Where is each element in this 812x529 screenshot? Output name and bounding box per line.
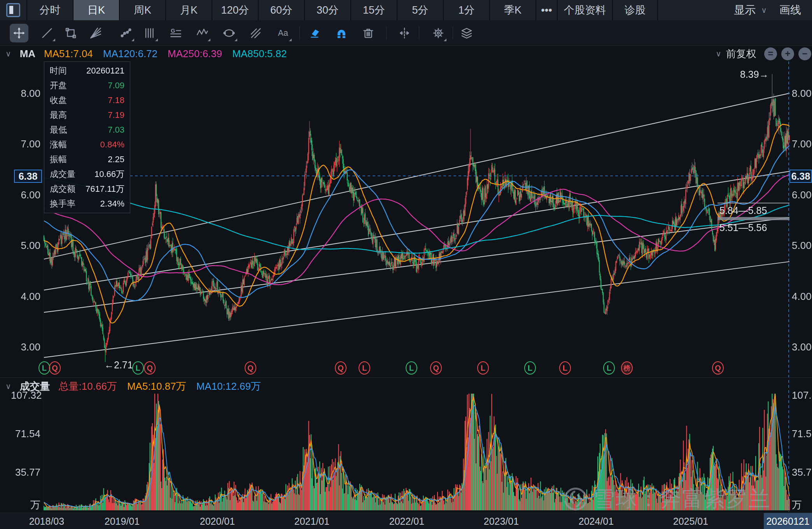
ma-legend-item[interactable]: MA51:7.04	[44, 48, 93, 60]
event-marker-Q[interactable]: Q	[335, 361, 346, 375]
adjust-controls: ∨ 前复权 =+−	[716, 46, 812, 61]
toolbar-divider	[419, 26, 419, 40]
tooltip-row: 成交额7617.11万	[44, 182, 130, 196]
adjust-menu-button[interactable]: =	[764, 47, 777, 60]
event-marker-Q[interactable]: Q	[245, 361, 256, 375]
crosshair-price-box-right: 6.38	[789, 170, 812, 183]
price-axis-label: 3.00	[792, 341, 811, 353]
tab-分时[interactable]: 分时	[27, 0, 74, 20]
event-marker-L[interactable]: L	[406, 361, 417, 375]
ma-legend-item[interactable]: MA120:6.72	[103, 48, 158, 60]
wave-icon[interactable]	[193, 24, 212, 42]
tab-30分[interactable]: 30分	[305, 0, 351, 20]
price-axis-label: 4.00	[792, 291, 811, 303]
magnet-icon[interactable]	[332, 24, 351, 42]
rectangle-icon[interactable]	[61, 24, 80, 42]
trend-line-icon[interactable]	[38, 24, 56, 42]
tooltip-row: 成交量10.66万	[44, 167, 130, 182]
period-tabs: 分时日K周K月K120分60分30分15分5分1分季K•••个股资料诊股	[27, 0, 658, 20]
snowball-logo-icon	[563, 487, 588, 511]
event-marker-L[interactable]: L	[132, 361, 144, 375]
gap-zone-upper	[718, 203, 789, 203]
tooltip-row: 最低7.03	[44, 123, 130, 137]
x-axis-label: 2022/01	[389, 516, 424, 527]
tab-季K[interactable]: 季K	[490, 0, 536, 20]
event-marker-L[interactable]: L	[603, 361, 615, 375]
x-axis-label: 2019/01	[105, 516, 140, 527]
ma-pane-title: MA	[20, 48, 35, 60]
eraser-icon[interactable]	[306, 24, 325, 42]
show-menu-button[interactable]: 显示	[734, 3, 756, 18]
gann-grid-icon[interactable]: G	[166, 24, 185, 42]
chevron-down-icon[interactable]: ∨	[761, 5, 767, 15]
x-axis: 2018/032019/012020/012021/012022/012023/…	[0, 513, 812, 529]
tooltip-row: 涨幅0.84%	[44, 137, 130, 152]
price-axis-label: 8.00	[792, 88, 811, 100]
event-marker-Q[interactable]: Q	[49, 361, 61, 375]
pitchfork-icon[interactable]	[117, 24, 135, 42]
event-marker-Q[interactable]: Q	[712, 361, 724, 375]
header-right-group: 显示 ∨ 画线	[734, 0, 812, 20]
event-marker-L[interactable]: L	[477, 361, 489, 375]
text-icon[interactable]: Aa	[274, 24, 293, 42]
x-axis-label: 2018/03	[29, 516, 64, 527]
event-marker-Q[interactable]: Q	[144, 361, 156, 375]
collapse-pane-icon[interactable]: ∨	[5, 49, 11, 58]
toolbar-divider	[453, 26, 453, 40]
tab-1分[interactable]: 1分	[444, 0, 490, 20]
stock-chart-app: 分时日K周K月K120分60分30分15分5分1分季K•••个股资料诊股 显示 …	[0, 0, 812, 529]
gap-lower-label: 5.51—5.56	[719, 222, 767, 233]
volume-legend-row: ∨ 成交量 总量:10.66万MA5:10.87万MA10:12.69万	[5, 379, 261, 394]
event-marker-L[interactable]: L	[38, 361, 50, 375]
toolbar-divider	[386, 26, 387, 40]
event-marker-榜[interactable]: 榜	[621, 361, 633, 375]
adjust-mode-label[interactable]: 前复权	[726, 47, 756, 61]
tab-个股资料[interactable]: 个股资料	[558, 0, 613, 20]
pane-divider	[0, 377, 812, 378]
volume-legend-item[interactable]: MA5:10.87万	[127, 380, 186, 393]
price-axis-label: 4.00	[11, 291, 40, 303]
tab-5分[interactable]: 5分	[397, 0, 444, 20]
tab-月K[interactable]: 月K	[166, 0, 212, 20]
x-axis-label: 2020/01	[200, 516, 235, 527]
tab-周K[interactable]: 周K	[120, 0, 166, 20]
collapse-pane-icon[interactable]: ∨	[5, 382, 11, 391]
drawing-toolbar: GAa	[0, 20, 812, 46]
gann-fan-icon[interactable]	[86, 24, 105, 42]
ellipse-icon[interactable]	[220, 24, 238, 42]
ma-legend-items: MA51:7.04MA120:6.72MA250:6.39MA850:5.82	[44, 48, 287, 60]
ma-legend-item[interactable]: MA250:6.39	[168, 48, 222, 60]
event-marker-L[interactable]: L	[559, 361, 571, 375]
move-icon[interactable]	[10, 24, 28, 42]
tab-120分[interactable]: 120分	[212, 0, 259, 20]
x-axis-label: 2025/01	[673, 516, 708, 527]
chevron-down-icon[interactable]: ∨	[716, 49, 721, 58]
vertical-lines-icon[interactable]	[140, 24, 159, 42]
ohlc-tooltip: 时间20260121开盘7.09收盘7.18最高7.19最低7.03涨幅0.84…	[44, 61, 130, 213]
fib-icon[interactable]	[247, 24, 265, 42]
tab-日K[interactable]: 日K	[74, 0, 120, 20]
event-marker-L[interactable]: L	[524, 361, 536, 375]
draw-line-button[interactable]: 画线	[779, 3, 801, 18]
zoom-in-button[interactable]: +	[781, 47, 794, 60]
layers-icon[interactable]	[457, 24, 476, 42]
tab-15分[interactable]: 15分	[351, 0, 397, 20]
trash-icon[interactable]	[359, 24, 378, 42]
tab-诊股[interactable]: 诊股	[613, 0, 658, 20]
zoom-out-button[interactable]: −	[798, 47, 811, 60]
period-tab-bar: 分时日K周K月K120分60分30分15分5分1分季K•••个股资料诊股 显示 …	[0, 0, 812, 20]
tab-•••[interactable]: •••	[536, 0, 558, 20]
volume-legend-item[interactable]: MA10:12.69万	[196, 380, 261, 393]
tooltip-row: 开盘7.09	[44, 78, 130, 93]
split-icon[interactable]	[395, 24, 414, 42]
settings-icon[interactable]	[429, 24, 448, 42]
volume-legend-item[interactable]: 总量:10.66万	[59, 380, 117, 393]
ma-legend-item[interactable]: MA850:5.82	[232, 48, 287, 60]
panel-toggle-button[interactable]	[0, 0, 27, 20]
tab-60分[interactable]: 60分	[259, 0, 305, 20]
toolbar-divider	[299, 26, 300, 40]
current-date-label: 20260121	[764, 513, 812, 529]
price-axis-label: 5.00	[11, 240, 40, 252]
crosshair-price-box-left: 6.38	[14, 170, 42, 183]
tooltip-row: 振幅2.25	[44, 152, 130, 167]
